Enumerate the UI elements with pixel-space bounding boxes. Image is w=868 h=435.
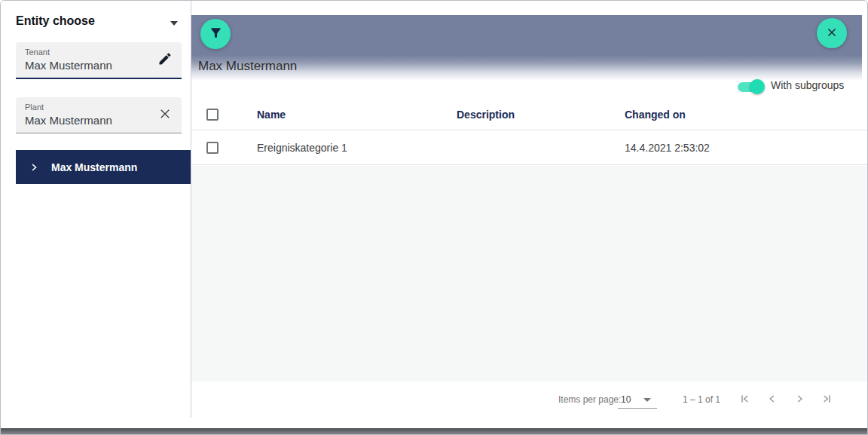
tree-item-label: Max Mustermann bbox=[51, 161, 137, 173]
clear-icon bbox=[158, 107, 172, 123]
app-window: Entity choose Tenant Max Mustermann Plan… bbox=[0, 0, 868, 435]
sidebar: Entity choose Tenant Max Mustermann Plan… bbox=[1, 1, 191, 418]
with-subgroups-toggle[interactable] bbox=[738, 79, 768, 94]
select-all-checkbox[interactable] bbox=[206, 109, 219, 121]
first-page-icon bbox=[739, 393, 751, 407]
chevron-left-icon bbox=[767, 394, 778, 406]
plant-field[interactable]: Plant Max Mustermann bbox=[16, 97, 182, 133]
tenant-field[interactable]: Tenant Max Mustermann bbox=[16, 42, 182, 79]
last-page-icon bbox=[821, 393, 833, 407]
entity-choose-header[interactable]: Entity choose bbox=[16, 14, 178, 31]
page-title: Max Mustermann bbox=[198, 59, 297, 74]
next-page-button[interactable] bbox=[790, 390, 809, 409]
chevron-right-icon bbox=[794, 394, 805, 406]
cell-changed-on: 14.4.2021 2:53:02 bbox=[625, 142, 710, 154]
previous-page-button[interactable] bbox=[763, 390, 782, 409]
close-button[interactable] bbox=[817, 18, 847, 48]
paginator: Items per page: 10 1 – 1 of 1 bbox=[191, 381, 868, 418]
with-subgroups-label: With subgroups bbox=[771, 79, 844, 91]
items-per-page-label: Items per page: bbox=[558, 394, 621, 405]
edit-button[interactable] bbox=[156, 51, 174, 69]
sidebar-title: Entity choose bbox=[16, 14, 95, 27]
window-bottom-edge bbox=[1, 428, 868, 434]
filter-button[interactable] bbox=[200, 19, 231, 49]
table-empty-area bbox=[191, 166, 868, 381]
sidebar-tree-item[interactable]: Max Mustermann bbox=[16, 150, 191, 184]
close-icon bbox=[825, 26, 839, 41]
select-caret-icon bbox=[643, 398, 651, 402]
plant-field-value: Max Mustermann bbox=[25, 114, 151, 127]
edit-icon bbox=[157, 51, 173, 69]
column-header-description[interactable]: Description bbox=[457, 109, 515, 121]
column-header-changed-on[interactable]: Changed on bbox=[625, 109, 686, 121]
first-page-button[interactable] bbox=[735, 390, 755, 409]
main-toolbar bbox=[191, 15, 862, 55]
tenant-field-label: Tenant bbox=[25, 47, 151, 57]
row-checkbox[interactable] bbox=[206, 142, 219, 154]
clear-button[interactable] bbox=[156, 106, 174, 124]
chevron-down-icon[interactable] bbox=[170, 21, 178, 26]
table-row[interactable]: Ereigniskategorie 1 14.4.2021 2:53:02 bbox=[191, 130, 868, 165]
filter-icon bbox=[209, 26, 223, 42]
toggle-thumb[interactable] bbox=[750, 79, 765, 94]
plant-field-label: Plant bbox=[25, 103, 151, 112]
last-page-button[interactable] bbox=[817, 390, 836, 409]
table-header-row: Name Description Changed on bbox=[191, 99, 868, 130]
page-range-label: 1 – 1 of 1 bbox=[683, 394, 720, 405]
page-size-value: 10 bbox=[621, 394, 631, 405]
cell-name: Ereigniskategorie 1 bbox=[257, 142, 347, 154]
page-size-select[interactable]: 10 bbox=[618, 391, 657, 409]
toggle-row: With subgroups bbox=[191, 76, 863, 96]
column-header-name[interactable]: Name bbox=[257, 109, 286, 121]
chevron-right-icon[interactable] bbox=[29, 163, 38, 172]
tenant-field-value: Max Mustermann bbox=[25, 59, 151, 72]
